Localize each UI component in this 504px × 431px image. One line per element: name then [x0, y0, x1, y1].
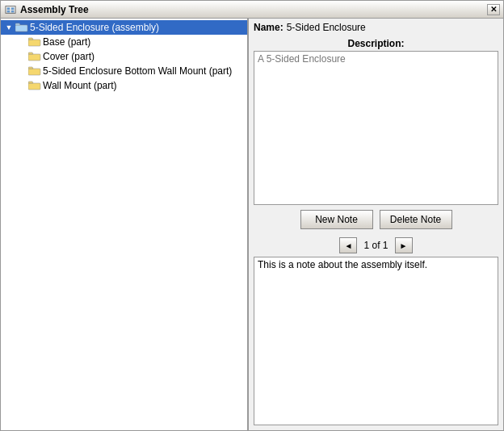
name-value: 5-Sided Enclosure [287, 22, 366, 33]
svg-rect-4 [11, 10, 15, 12]
notes-textarea[interactable] [254, 257, 498, 425]
tree-item-item-assembly[interactable]: ▼ 5-Sided Enclosure (assembly) [1, 20, 247, 35]
tree-label: Cover (part) [43, 51, 94, 62]
name-label: Name: [254, 22, 284, 33]
tree-expander [15, 50, 28, 63]
tree-item-item-cover[interactable]: Cover (part) [1, 49, 247, 64]
description-textarea[interactable] [254, 51, 498, 205]
new-note-button[interactable]: New Note [300, 210, 373, 229]
description-header: Description: [254, 36, 498, 51]
folder-icon [28, 81, 41, 90]
close-button[interactable]: ✕ [487, 4, 500, 15]
svg-rect-9 [28, 83, 40, 90]
title-bar: Assembly Tree ✕ [1, 1, 503, 19]
description-section: Description: [249, 36, 503, 205]
pagination-row: ◄ 1 of 1 ► [249, 234, 503, 257]
tree-expander [15, 65, 28, 77]
svg-rect-7 [28, 54, 40, 61]
window-icon [4, 3, 17, 16]
svg-rect-3 [7, 10, 10, 12]
svg-rect-5 [15, 25, 27, 31]
folder-icon [28, 66, 41, 76]
tree-expander [15, 79, 28, 92]
content-area: ▼ 5-Sided Enclosure (assembly) Base (par… [1, 19, 503, 430]
prev-page-button[interactable]: ◄ [339, 237, 357, 253]
notes-section [249, 257, 503, 430]
folder-icon [28, 52, 41, 61]
right-panel: Name: 5-Sided Enclosure Description: New… [249, 19, 503, 430]
window-title: Assembly Tree [20, 4, 487, 15]
svg-rect-1 [7, 7, 10, 10]
tree-item-item-wall-mount[interactable]: Wall Mount (part) [1, 78, 247, 93]
folder-icon [15, 23, 28, 32]
assembly-tree-window: Assembly Tree ✕ ▼ 5-Sided Enclosure (ass… [0, 0, 504, 431]
next-page-button[interactable]: ► [395, 237, 413, 253]
pagination-label: 1 of 1 [360, 240, 391, 251]
tree-item-item-base[interactable]: Base (part) [1, 35, 247, 49]
tree-expander: ▼ [2, 21, 15, 34]
svg-rect-6 [28, 40, 40, 46]
tree-label: Base (part) [43, 36, 90, 48]
svg-rect-2 [11, 7, 15, 10]
tree-item-item-bottom-wall[interactable]: 5-Sided Enclosure Bottom Wall Mount (par… [1, 64, 247, 78]
buttons-row: New Note Delete Note [249, 205, 503, 234]
folder-icon [28, 37, 41, 47]
tree-panel: ▼ 5-Sided Enclosure (assembly) Base (par… [1, 19, 249, 430]
delete-note-button[interactable]: Delete Note [380, 210, 452, 229]
tree-label: Wall Mount (part) [43, 80, 117, 91]
tree-label: 5-Sided Enclosure (assembly) [30, 22, 159, 33]
svg-rect-8 [28, 69, 40, 75]
tree-expander [15, 36, 28, 48]
tree-label: 5-Sided Enclosure Bottom Wall Mount (par… [43, 65, 232, 77]
name-row: Name: 5-Sided Enclosure [249, 19, 503, 36]
